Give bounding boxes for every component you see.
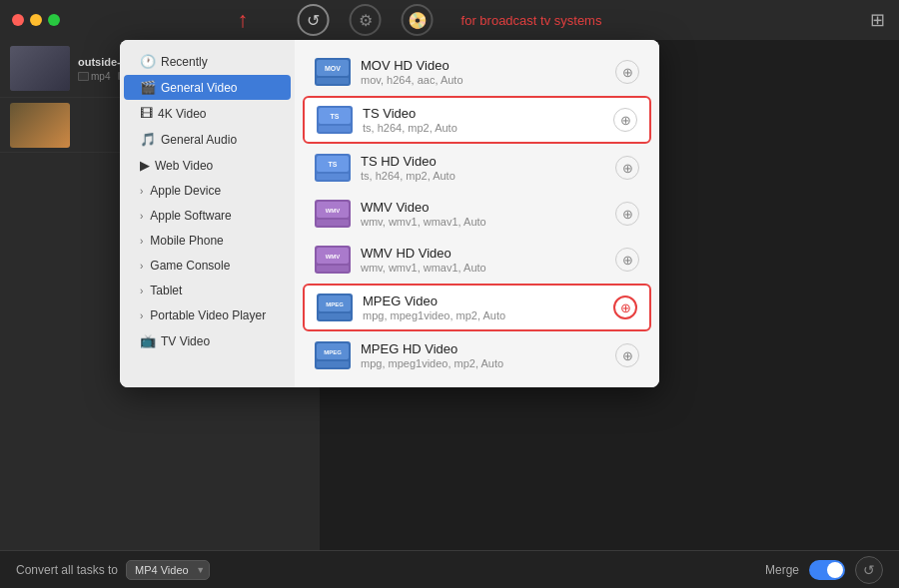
svg-rect-9 [319,126,351,132]
video-icon: 🎬 [140,80,156,95]
format-item-wmv-video[interactable]: WMV WMV Video wmv, wmv1, wmav1, Auto ⊕ [303,192,651,236]
sidebar-item-label: Apple Device [150,184,221,198]
format-ext: wmv, wmv1, wmav1, Auto [361,262,605,274]
titlebar-right: ⊞ [870,9,885,31]
sidebar-item-apple-device[interactable]: › Apple Device [124,179,291,203]
sidebar-item-apple-software[interactable]: › Apple Software [124,204,291,228]
sidebar-item-tv-video[interactable]: 📺 TV Video [124,328,291,353]
format-settings-button[interactable]: ⊕ [615,248,639,272]
format-name: MPEG HD Video [361,341,605,356]
format-settings-button-highlighted[interactable]: ⊕ [613,295,637,319]
format-item-ts-hd[interactable]: TS TS HD Video ts, h264, mp2, Auto ⊕ [303,146,651,190]
main-area: outside-the-window mp4 1920x1080 ⏱ 00:00… [0,40,899,550]
format-info: WMV HD Video wmv, wmv1, wmav1, Auto [361,246,605,274]
format-ext: wmv, wmv1, wmav1, Auto [361,216,605,228]
format-settings-button[interactable]: ⊕ [615,60,639,84]
sidebar-item-tablet[interactable]: › Tablet [124,279,291,302]
toggle-thumb [827,562,843,578]
format-info: TS HD Video ts, h264, mp2, Auto [361,154,605,182]
svg-text:TS: TS [329,161,338,168]
format-settings-button[interactable]: ⊕ [615,343,639,367]
start-convert-button[interactable]: ↺ [855,556,883,584]
format-info: TS Video ts, h264, mp2, Auto [363,106,603,134]
sidebar-item-general-video[interactable]: 🎬 General Video [124,75,291,100]
broadcast-label: for broadcast tv systems [461,13,602,28]
sidebar-item-label: Mobile Phone [150,234,223,248]
sidebar-item-label: 4K Video [158,107,207,121]
sidebar-item-general-audio[interactable]: 🎵 General Audio [124,127,291,152]
format-list: MOV MOV HD Video mov, h264, aac, Auto ⊕ [295,40,659,387]
chevron-right-icon: › [140,310,143,321]
video-thumbnail [10,103,70,148]
svg-rect-29 [317,361,349,367]
svg-rect-25 [319,313,351,319]
format-name: TS Video [363,106,603,121]
sidebar-item-label: Game Console [150,259,230,273]
maximize-button[interactable] [48,14,60,26]
sidebar-item-label: TV Video [161,334,210,348]
video-thumbnail [10,46,70,91]
sidebar-item-web-video[interactable]: ▶ Web Video [124,153,291,178]
chevron-right-icon: › [140,211,143,222]
format-item-mov-hd[interactable]: MOV MOV HD Video mov, h264, aac, Auto ⊕ [303,50,651,94]
bottom-bar: Convert all tasks to MP4 Video ▼ Merge ↺ [0,550,899,588]
convert-select-wrapper: MP4 Video ▼ [126,560,210,580]
minimize-button[interactable] [30,14,42,26]
audio-icon: 🎵 [140,132,156,147]
sidebar-item-label: Web Video [155,159,213,173]
settings-tab-icon[interactable]: ⚙ [350,4,382,36]
sidebar-item-game-console[interactable]: › Game Console [124,254,291,278]
chevron-right-icon: › [140,236,143,247]
disc-tab-icon[interactable]: 📀 [402,4,434,36]
sidebar-item-4k-video[interactable]: 🎞 4K Video [124,101,291,126]
titlebar: ↺ ⚙ 📀 for broadcast tv systems ↑ ⊞ [0,0,899,40]
thumbnail-image [10,46,70,91]
format-info: MOV HD Video mov, h264, aac, Auto [361,58,605,86]
format-ext: mpg, mpeg1video, mp2, Auto [363,309,603,321]
format-item-mpeg-video[interactable]: MPEG MPEG Video mpg, mpeg1video, mp2, Au… [303,284,651,331]
sidebar-item-label: Tablet [150,284,182,297]
tv-icon: 📺 [140,333,156,348]
sidebar-item-mobile-phone[interactable]: › Mobile Phone [124,229,291,253]
sidebar-item-recently[interactable]: 🕐 Recently [124,49,291,74]
bottom-right: Merge ↺ [765,556,883,584]
format-icon: WMV [315,200,351,228]
web-icon: ▶ [140,158,150,173]
broadcast-arrow: ↑ [238,7,249,33]
sidebar-item-label: Portable Video Player [150,308,266,322]
format-ext: ts, h264, mp2, Auto [361,170,605,182]
clock-icon: 🕐 [140,54,156,69]
film-icon: 🎞 [140,106,153,121]
convert-select[interactable]: MP4 Video [126,560,210,580]
format-name: WMV Video [361,200,605,215]
chevron-right-icon: › [140,186,143,197]
format-item-ts-video[interactable]: TS TS Video ts, h264, mp2, Auto ⊕ [303,96,651,144]
format-name: MOV HD Video [361,58,605,73]
format-dropdown: 🕐 Recently 🎬 General Video 🎞 4K Video 🎵 … [120,40,659,387]
sidebar-item-portable-video[interactable]: › Portable Video Player [124,303,291,327]
chevron-right-icon: › [140,261,143,272]
format-info: MPEG Video mpg, mpeg1video, mp2, Auto [363,294,603,321]
format-name: WMV HD Video [361,246,605,261]
format-settings-button[interactable]: ⊕ [613,108,637,132]
sidebar-item-label: Apple Software [150,209,231,223]
svg-text:WMV: WMV [326,208,341,214]
format-settings-button[interactable]: ⊕ [615,202,639,226]
thumbnail-image [10,103,70,148]
svg-rect-1 [79,73,88,80]
grid-layout-icon[interactable]: ⊞ [870,9,885,31]
convert-tab-icon[interactable]: ↺ [298,4,330,36]
format-item-wmv-hd[interactable]: WMV WMV HD Video wmv, wmv1, wmav1, Auto … [303,238,651,282]
svg-rect-21 [317,266,349,272]
merge-toggle[interactable] [809,560,845,580]
svg-text:TS: TS [331,113,340,120]
merge-label: Merge [765,563,799,577]
format-item-mpeg-hd[interactable]: MPEG MPEG HD Video mpg, mpeg1video, mp2,… [303,333,651,377]
video-format: mp4 [78,71,110,82]
close-button[interactable] [12,14,24,26]
format-ext: mpg, mpeg1video, mp2, Auto [361,357,605,369]
format-settings-button[interactable]: ⊕ [615,156,639,180]
svg-rect-13 [317,174,349,180]
format-ext: mov, h264, aac, Auto [361,74,605,86]
format-icon: MPEG [315,341,351,369]
